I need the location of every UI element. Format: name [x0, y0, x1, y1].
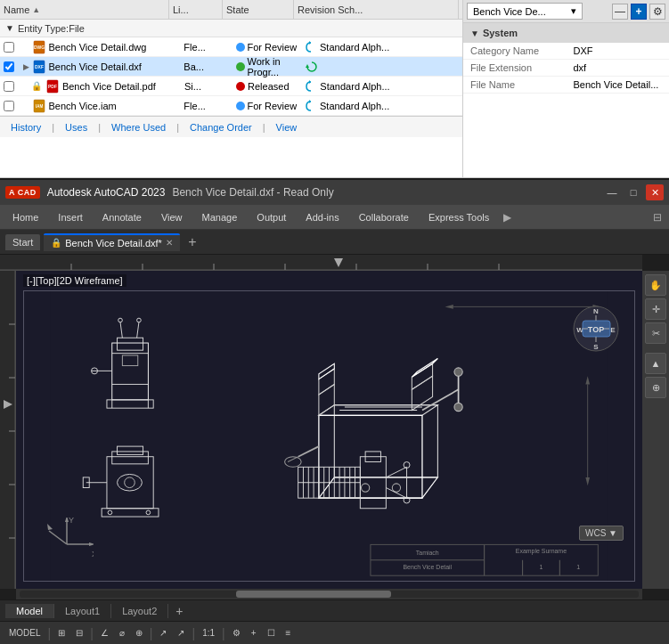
prop-label-category: Category Name: [463, 43, 567, 60]
row-checkbox-2[interactable]: [2, 61, 15, 72]
ortho-button[interactable]: ⌀: [116, 627, 128, 639]
snap-button[interactable]: ⊟: [72, 627, 86, 639]
add-layout-button[interactable]: +: [168, 604, 190, 618]
tab-uses[interactable]: Uses: [61, 120, 91, 135]
prop-value-extension: dxf: [567, 60, 670, 77]
model-status[interactable]: MODEL: [5, 627, 45, 639]
ribbon-tab-view[interactable]: View: [152, 208, 192, 226]
file-state-3: Released: [234, 81, 303, 92]
file-icon-dxf: DXF: [31, 60, 46, 74]
up-tool[interactable]: ▲: [645, 353, 666, 374]
row-checkbox-3[interactable]: [2, 81, 15, 92]
horizontal-scrollbar[interactable]: [16, 589, 642, 599]
file-list-header: Name ▲ Li... State Revision Sch...: [0, 0, 462, 20]
layout-tabs: Model Layout1 Layout2 +: [0, 599, 669, 621]
table-row[interactable]: IAM Bench Vice.iam Fle... For Review Sta…: [0, 96, 462, 116]
angle-button[interactable]: ∠: [97, 627, 112, 639]
svg-rect-25: [50, 291, 608, 581]
col-header-state[interactable]: State: [223, 0, 294, 19]
autocad-title-left: A CAD Autodesk AutoCAD 2023 Bench Vice D…: [5, 186, 334, 199]
table-row[interactable]: 🔒 PDF Bench Vice Detail.pdf Si... Releas…: [0, 77, 462, 96]
autocad-app-name: Autodesk AutoCAD 2023: [47, 186, 166, 199]
layout-tab-model[interactable]: Model: [5, 604, 54, 618]
row-expand-2: ▶: [20, 62, 31, 71]
row-checkbox-4[interactable]: [2, 101, 15, 111]
add-icon[interactable]: +: [631, 4, 647, 20]
row-checkbox-1[interactable]: [2, 42, 15, 53]
lock-tab-icon: 🔒: [51, 238, 61, 248]
prop-row-category: Category Name DXF: [463, 43, 669, 60]
h-scroll-thumb[interactable]: [236, 591, 391, 598]
svg-point-65: [454, 368, 462, 376]
file-state-4: For Review: [234, 101, 303, 111]
ribbon-tab-annotate[interactable]: Annotate: [94, 208, 151, 226]
otrack-button[interactable]: ↗: [174, 627, 188, 639]
close-button[interactable]: ✕: [646, 184, 664, 200]
col-header-rev[interactable]: Revision Sch...: [294, 0, 459, 19]
section-triangle[interactable]: ▼: [470, 29, 479, 38]
add-tab-button[interactable]: +: [184, 234, 201, 250]
ribbon-tab-home[interactable]: Home: [4, 208, 47, 226]
properties-dropdown[interactable]: Bench Vice De... ▾: [467, 3, 583, 20]
col-header-li[interactable]: Li...: [169, 0, 223, 19]
wcs-button[interactable]: WCS ▼: [579, 526, 624, 541]
tab-dxf-label: Bench Vice Detail.dxf*: [65, 238, 162, 249]
ribbon-tab-insert[interactable]: Insert: [49, 208, 92, 226]
tab-close-icon[interactable]: ✕: [166, 238, 173, 248]
prop-toolbar-icons: — + ⚙: [612, 4, 665, 20]
chevron-down-icon: ▾: [571, 5, 576, 17]
autocad-titlebar: A CAD Autodesk AutoCAD 2023 Bench Vice D…: [0, 180, 669, 205]
minimize-icon[interactable]: —: [612, 4, 628, 20]
autocad-win-controls: — □ ✕: [603, 184, 664, 200]
ribbon-collapse-icon[interactable]: ⊟: [649, 211, 665, 224]
entity-type-row: ▼ Entity Type:File: [0, 20, 462, 37]
prop-section-header: ▼ System: [463, 23, 669, 43]
osnap-button[interactable]: ↗: [156, 627, 170, 639]
ribbon-more-icon[interactable]: ▶: [500, 211, 515, 224]
minimize-button[interactable]: —: [603, 184, 621, 200]
table-row[interactable]: DWG Bench Vice Detail.dwg Fle... For Rev…: [0, 37, 462, 57]
ribbon-tab-manage[interactable]: Manage: [193, 208, 247, 226]
ribbon-tab-collaborate[interactable]: Collaborate: [350, 208, 418, 226]
settings-status-button[interactable]: ⚙: [229, 627, 244, 639]
tab-dxf[interactable]: 🔒 Bench Vice Detail.dxf* ✕: [44, 233, 180, 251]
ribbon-tab-express[interactable]: Express Tools: [420, 208, 498, 226]
properties-panel: Bench Vice De... ▾ — + ⚙ ▼ System Catego…: [463, 0, 669, 177]
layout-tab-layout2[interactable]: Layout2: [111, 604, 168, 618]
menu-status-button[interactable]: ≡: [282, 627, 295, 639]
scissors-tool[interactable]: ✂: [645, 322, 666, 344]
prop-value-filename: Bench Vice Detail...: [567, 77, 670, 94]
crosshair-tool[interactable]: ✛: [645, 298, 666, 320]
col-header-name[interactable]: Name ▲: [0, 0, 169, 19]
ribbon-tab-addins[interactable]: Add-ins: [297, 208, 347, 226]
polar-button[interactable]: ⊕: [132, 627, 146, 639]
tab-change-order[interactable]: Change Order: [186, 120, 256, 135]
pan-tool-button[interactable]: ✋: [645, 274, 666, 296]
svg-marker-4: [306, 64, 309, 68]
tab-where-used[interactable]: Where Used: [108, 120, 169, 135]
layout-tab-layout1[interactable]: Layout1: [54, 604, 111, 618]
ribbon-tab-output[interactable]: Output: [248, 208, 295, 226]
svg-marker-122: [47, 524, 53, 530]
table-row[interactable]: ▶ DXF Bench Vice Detail.dxf Ba... Work i…: [0, 57, 462, 77]
prop-row-filename: File Name Bench Vice Detail...: [463, 77, 669, 94]
collapse-triangle[interactable]: ▼: [5, 23, 14, 33]
drawing-canvas[interactable]: [-][Top][2D Wireframe]: [16, 271, 642, 589]
grid-button[interactable]: ⊞: [54, 627, 69, 639]
viewport-frame: Tamiach Example Surname Bench Vice Detai…: [23, 290, 635, 582]
state-badge-4: [236, 102, 245, 110]
tab-view[interactable]: View: [273, 120, 301, 135]
file-name-4: Bench Vice.iam: [48, 101, 182, 111]
layout-status-button[interactable]: ☐: [264, 627, 279, 639]
plus-status-button[interactable]: +: [248, 627, 260, 639]
tab-start[interactable]: Start: [5, 234, 40, 250]
ruler-vertical: [0, 271, 16, 589]
svg-text:E: E: [610, 326, 616, 334]
maximize-button[interactable]: □: [624, 184, 642, 200]
prop-value-category: DXF: [567, 43, 670, 60]
tab-history[interactable]: History: [7, 120, 45, 135]
down-tool[interactable]: ⊕: [645, 377, 666, 398]
settings-icon[interactable]: ⚙: [649, 4, 665, 20]
scale-button[interactable]: 1:1: [199, 627, 218, 639]
ruler-horizontal: [0, 255, 642, 271]
